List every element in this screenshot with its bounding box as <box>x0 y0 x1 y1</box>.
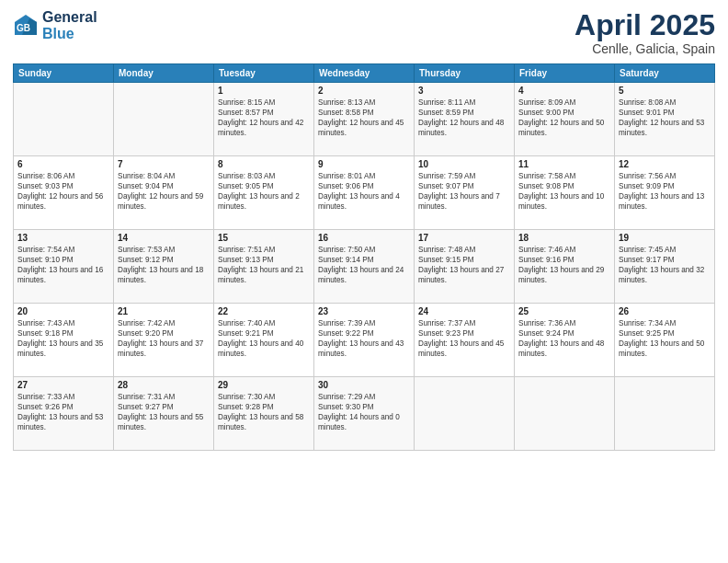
cell-day-number: 18 <box>518 233 610 243</box>
cell-info-text: Sunrise: 7:53 AM Sunset: 9:12 PM Dayligh… <box>118 245 210 285</box>
cell-day-number: 15 <box>218 233 310 243</box>
cell-info-text: Sunrise: 7:30 AM Sunset: 9:28 PM Dayligh… <box>218 392 310 432</box>
calendar-cell: 12Sunrise: 7:56 AM Sunset: 9:09 PM Dayli… <box>615 156 715 230</box>
calendar-cell: 24Sunrise: 7:37 AM Sunset: 9:23 PM Dayli… <box>415 304 515 377</box>
cell-day-number: 9 <box>318 159 410 169</box>
calendar-cell: 11Sunrise: 7:58 AM Sunset: 9:08 PM Dayli… <box>515 156 615 230</box>
calendar-title: April 2025 <box>574 9 715 41</box>
cell-info-text: Sunrise: 8:08 AM Sunset: 9:01 PM Dayligh… <box>619 98 711 138</box>
title-block: April 2025 Cenlle, Galicia, Spain <box>574 9 715 56</box>
calendar-cell: 14Sunrise: 7:53 AM Sunset: 9:12 PM Dayli… <box>114 230 214 304</box>
cell-day-number: 22 <box>218 306 310 316</box>
cell-day-number: 23 <box>318 306 410 316</box>
cell-info-text: Sunrise: 8:15 AM Sunset: 8:57 PM Dayligh… <box>218 98 310 138</box>
calendar-cell: 16Sunrise: 7:50 AM Sunset: 9:14 PM Dayli… <box>314 230 415 304</box>
calendar-week-row: 27Sunrise: 7:33 AM Sunset: 9:26 PM Dayli… <box>14 377 715 451</box>
calendar-cell: 9Sunrise: 8:01 AM Sunset: 9:06 PM Daylig… <box>314 156 415 230</box>
calendar-cell: 22Sunrise: 7:40 AM Sunset: 9:21 PM Dayli… <box>214 304 314 377</box>
calendar-cell: 1Sunrise: 8:15 AM Sunset: 8:57 PM Daylig… <box>214 83 314 156</box>
calendar-table: SundayMondayTuesdayWednesdayThursdayFrid… <box>13 63 715 451</box>
cell-info-text: Sunrise: 7:45 AM Sunset: 9:17 PM Dayligh… <box>619 245 711 285</box>
cell-day-number: 11 <box>518 159 610 169</box>
cell-info-text: Sunrise: 7:50 AM Sunset: 9:14 PM Dayligh… <box>318 245 410 285</box>
logo-icon: GB <box>13 13 39 39</box>
cell-info-text: Sunrise: 7:36 AM Sunset: 9:24 PM Dayligh… <box>518 318 610 359</box>
cell-info-text: Sunrise: 7:42 AM Sunset: 9:20 PM Dayligh… <box>118 318 210 359</box>
cell-info-text: Sunrise: 7:54 AM Sunset: 9:10 PM Dayligh… <box>17 245 109 285</box>
cell-info-text: Sunrise: 7:33 AM Sunset: 9:26 PM Dayligh… <box>17 392 109 432</box>
calendar-cell: 5Sunrise: 8:08 AM Sunset: 9:01 PM Daylig… <box>615 83 715 156</box>
cell-info-text: Sunrise: 7:34 AM Sunset: 9:25 PM Dayligh… <box>619 318 711 359</box>
header: GB General Blue April 2025 Cenlle, Galic… <box>13 9 715 56</box>
cell-info-text: Sunrise: 8:09 AM Sunset: 9:00 PM Dayligh… <box>518 98 610 138</box>
cell-day-number: 7 <box>118 159 210 169</box>
cell-day-number: 24 <box>418 306 510 316</box>
calendar-cell: 3Sunrise: 8:11 AM Sunset: 8:59 PM Daylig… <box>415 83 515 156</box>
calendar-cell: 30Sunrise: 7:29 AM Sunset: 9:30 PM Dayli… <box>314 377 415 451</box>
cell-day-number: 25 <box>518 306 610 316</box>
cell-info-text: Sunrise: 7:43 AM Sunset: 9:18 PM Dayligh… <box>17 318 109 359</box>
calendar-week-row: 6Sunrise: 8:06 AM Sunset: 9:03 PM Daylig… <box>14 156 715 230</box>
calendar-week-row: 13Sunrise: 7:54 AM Sunset: 9:10 PM Dayli… <box>14 230 715 304</box>
cell-day-number: 30 <box>318 380 410 390</box>
calendar-cell: 13Sunrise: 7:54 AM Sunset: 9:10 PM Dayli… <box>14 230 114 304</box>
cell-day-number: 2 <box>318 86 410 96</box>
calendar-week-row: 1Sunrise: 8:15 AM Sunset: 8:57 PM Daylig… <box>14 83 715 156</box>
cell-info-text: Sunrise: 7:58 AM Sunset: 9:08 PM Dayligh… <box>518 171 610 212</box>
cell-info-text: Sunrise: 8:04 AM Sunset: 9:04 PM Dayligh… <box>118 171 210 212</box>
weekday-header-saturday: Saturday <box>615 64 715 83</box>
weekday-header-row: SundayMondayTuesdayWednesdayThursdayFrid… <box>14 64 715 83</box>
cell-day-number: 14 <box>118 233 210 243</box>
calendar-cell <box>615 377 715 451</box>
cell-info-text: Sunrise: 7:46 AM Sunset: 9:16 PM Dayligh… <box>518 245 610 285</box>
calendar-cell: 4Sunrise: 8:09 AM Sunset: 9:00 PM Daylig… <box>515 83 615 156</box>
cell-info-text: Sunrise: 8:11 AM Sunset: 8:59 PM Dayligh… <box>418 98 510 138</box>
calendar-page: GB General Blue April 2025 Cenlle, Galic… <box>0 0 728 563</box>
cell-day-number: 21 <box>118 306 210 316</box>
cell-day-number: 27 <box>17 380 109 390</box>
weekday-header-sunday: Sunday <box>14 64 114 83</box>
cell-info-text: Sunrise: 7:37 AM Sunset: 9:23 PM Dayligh… <box>418 318 510 359</box>
weekday-header-friday: Friday <box>515 64 615 83</box>
calendar-cell: 7Sunrise: 8:04 AM Sunset: 9:04 PM Daylig… <box>114 156 214 230</box>
cell-day-number: 10 <box>418 159 510 169</box>
calendar-cell <box>14 83 114 156</box>
calendar-cell: 6Sunrise: 8:06 AM Sunset: 9:03 PM Daylig… <box>14 156 114 230</box>
cell-day-number: 1 <box>218 86 310 96</box>
cell-info-text: Sunrise: 7:39 AM Sunset: 9:22 PM Dayligh… <box>318 318 410 359</box>
cell-day-number: 29 <box>218 380 310 390</box>
cell-day-number: 26 <box>619 306 711 316</box>
weekday-header-monday: Monday <box>114 64 214 83</box>
calendar-cell: 28Sunrise: 7:31 AM Sunset: 9:27 PM Dayli… <box>114 377 214 451</box>
calendar-cell: 2Sunrise: 8:13 AM Sunset: 8:58 PM Daylig… <box>314 83 415 156</box>
calendar-cell: 26Sunrise: 7:34 AM Sunset: 9:25 PM Dayli… <box>615 304 715 377</box>
calendar-cell: 23Sunrise: 7:39 AM Sunset: 9:22 PM Dayli… <box>314 304 415 377</box>
cell-info-text: Sunrise: 7:48 AM Sunset: 9:15 PM Dayligh… <box>418 245 510 285</box>
cell-day-number: 19 <box>619 233 711 243</box>
cell-day-number: 6 <box>17 159 109 169</box>
cell-info-text: Sunrise: 7:51 AM Sunset: 9:13 PM Dayligh… <box>218 245 310 285</box>
cell-info-text: Sunrise: 8:01 AM Sunset: 9:06 PM Dayligh… <box>318 171 410 212</box>
calendar-cell: 25Sunrise: 7:36 AM Sunset: 9:24 PM Dayli… <box>515 304 615 377</box>
cell-day-number: 8 <box>218 159 310 169</box>
calendar-cell <box>415 377 515 451</box>
cell-day-number: 17 <box>418 233 510 243</box>
cell-info-text: Sunrise: 8:03 AM Sunset: 9:05 PM Dayligh… <box>218 171 310 212</box>
calendar-cell: 15Sunrise: 7:51 AM Sunset: 9:13 PM Dayli… <box>214 230 314 304</box>
cell-info-text: Sunrise: 7:56 AM Sunset: 9:09 PM Dayligh… <box>619 171 711 212</box>
calendar-cell: 8Sunrise: 8:03 AM Sunset: 9:05 PM Daylig… <box>214 156 314 230</box>
cell-info-text: Sunrise: 7:31 AM Sunset: 9:27 PM Dayligh… <box>118 392 210 432</box>
calendar-cell: 18Sunrise: 7:46 AM Sunset: 9:16 PM Dayli… <box>515 230 615 304</box>
svg-text:GB: GB <box>17 23 30 33</box>
cell-day-number: 13 <box>17 233 109 243</box>
cell-day-number: 16 <box>318 233 410 243</box>
calendar-cell <box>114 83 214 156</box>
weekday-header-wednesday: Wednesday <box>314 64 415 83</box>
calendar-cell <box>515 377 615 451</box>
calendar-location: Cenlle, Galicia, Spain <box>574 41 715 56</box>
cell-info-text: Sunrise: 7:29 AM Sunset: 9:30 PM Dayligh… <box>318 392 410 432</box>
cell-day-number: 5 <box>619 86 711 96</box>
cell-info-text: Sunrise: 8:13 AM Sunset: 8:58 PM Dayligh… <box>318 98 410 138</box>
calendar-cell: 27Sunrise: 7:33 AM Sunset: 9:26 PM Dayli… <box>14 377 114 451</box>
calendar-cell: 21Sunrise: 7:42 AM Sunset: 9:20 PM Dayli… <box>114 304 214 377</box>
